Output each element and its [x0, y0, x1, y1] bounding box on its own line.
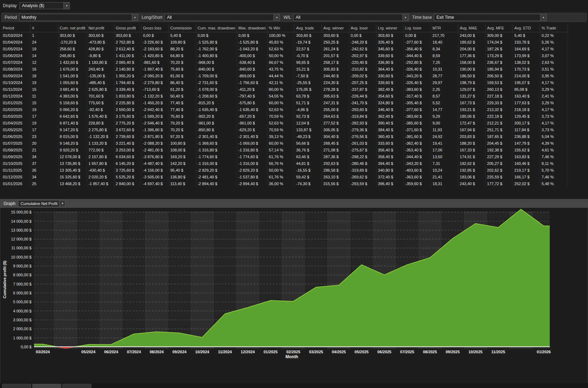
cell-net-profit: 228,80 $: [87, 120, 114, 127]
column-header-net-profit[interactable]: Net profit: [87, 24, 114, 32]
longshort-select[interactable]: All ▼: [164, 14, 280, 21]
column-header-max-drawdown[interactable]: Max. drawdown: [237, 24, 267, 32]
cell-commission: 109,80 $: [169, 39, 196, 46]
cell-period: 01/03/2024: [1, 32, 30, 39]
cell-cum-net-profit: 3 681,40 $: [58, 86, 87, 93]
cell-max-drawdown: -657,20 $: [237, 113, 267, 120]
cell-cum-max-drawdown: -2 829,20 $: [196, 167, 237, 174]
table-row[interactable]: 01/10/20253713 735,80 $1 657,80 $6 145,2…: [1, 160, 567, 167]
column-header-avg-winner[interactable]: Avg. winner: [322, 24, 349, 32]
cell-period: 01/01/2026: [1, 181, 30, 187]
column-header-avg-loser[interactable]: Avg. loser: [349, 24, 377, 32]
table-row[interactable]: 01/01/2025155 158,60 $775,60 $2 225,80 $…: [1, 100, 567, 106]
table-row[interactable]: 01/07/2024121 432,60 $1 183,80 $2 065,40…: [1, 59, 567, 66]
cell-gross-profit: 2 840,00 $: [114, 181, 141, 187]
cell-mtr: 8,34: [431, 46, 458, 52]
table-row[interactable]: 01/09/20253412 078,00 $2 157,80 $6 034,6…: [1, 154, 567, 160]
cell-avg-loser: -226,44 $: [349, 93, 377, 100]
table-row[interactable]: 01/08/2025219 920,20 $772,00 $3 253,00 $…: [1, 147, 567, 154]
graph-type-select[interactable]: Cumulative Net Profit ▼: [18, 200, 66, 207]
table-row[interactable]: 01/06/202414248,80 $-9,80 $1 411,00 $-1 …: [1, 52, 567, 59]
table-row[interactable]: 01/03/20241303,60 $303,60 $303,60 $0,00 …: [1, 32, 567, 39]
cell-commission: 75,60 $: [169, 113, 196, 120]
cell-period: 01/12/2025: [1, 174, 30, 181]
cell-period: 01/09/2025: [1, 154, 30, 160]
column-header-lrg-loser[interactable]: Lrg. loser: [404, 24, 431, 32]
table-row[interactable]: 01/09/2024181 541,00 $-135,00 $1 955,20 …: [1, 73, 567, 79]
bottom-tab[interactable]: [32, 384, 61, 388]
column-header-mtr[interactable]: MTR: [431, 24, 458, 32]
cell-cum-net-profit: 15 325,60 $: [58, 174, 87, 181]
table-row[interactable]: 01/05/202419258,60 $428,80 $2 612,40 $-2…: [1, 46, 567, 52]
table-row[interactable]: 01/03/2025176 642,60 $1 576,40 $3 175,60…: [1, 113, 567, 120]
display-select[interactable]: Analysis ($) ▼: [19, 2, 70, 9]
table-row[interactable]: 01/11/20252613 305,40 $-430,40 $3 725,60…: [1, 167, 567, 174]
cell-lrg-winner: 372,40 $: [377, 174, 404, 181]
period-select[interactable]: Monthly ▼: [19, 14, 138, 21]
cell-net-profit: 303,60 $: [87, 32, 114, 39]
table-row[interactable]: 01/05/2025179 147,20 $2 275,80 $3 672,60…: [1, 127, 567, 133]
table-row[interactable]: 01/11/2024153 681,40 $2 625,80 $3 339,40…: [1, 86, 567, 93]
cell-win: 52,63 %: [267, 106, 295, 113]
cell-avg-trade: -0,70 $: [295, 52, 322, 59]
x-tick-label: 07/2024: [127, 350, 141, 354]
table-row[interactable]: 01/12/20253415 325,60 $2 020,20 $5 525,2…: [1, 174, 567, 181]
cell-avg-mae: 204,00 $: [458, 46, 486, 52]
cell-avg-trade: 51,71 $: [295, 100, 322, 106]
cell-gross-profit: 3 221,40 $: [114, 140, 141, 147]
column-header-win[interactable]: % Win: [267, 24, 295, 32]
table-row[interactable]: 01/02/2025195 066,20 $-92,40 $2 550,00 $…: [1, 106, 567, 113]
cell-net-profit: 772,00 $: [87, 147, 114, 154]
table-row[interactable]: 01/12/2024114 383,00 $701,60 $1 833,80 $…: [1, 93, 567, 100]
column-header-[interactable]: #: [30, 24, 58, 32]
cell-mtr: 217,70: [431, 32, 458, 39]
bottom-tab[interactable]: [62, 384, 91, 388]
y-tick-label: 14 000,00 $: [11, 219, 32, 223]
column-header-trade[interactable]: % Trade: [540, 24, 567, 32]
column-header-gross-profit[interactable]: Gross profit: [114, 24, 141, 32]
cell-net-profit: 2 020,20 $: [87, 174, 114, 181]
timebase-select[interactable]: Exit Time ▼: [434, 14, 547, 21]
column-header-lrg-winner[interactable]: Lrg. winner: [377, 24, 404, 32]
column-header-cum-max-drawdown[interactable]: Cum. max. drawdown: [196, 24, 237, 32]
table-row[interactable]: 01/06/2025238 015,00 $-1 132,20 $2 739,6…: [1, 133, 567, 140]
cell-: 21: [30, 147, 58, 154]
column-header-cum-net-profit[interactable]: Cum. net profit: [58, 24, 87, 32]
table-row[interactable]: 01/01/20262513 468,20 $-1 857,40 $2 840,…: [1, 181, 567, 187]
table-row[interactable]: 01/10/2024191 055,60 $-485,40 $1 794,40 …: [1, 79, 567, 86]
table-row[interactable]: 01/04/202424-170,20 $-473,80 $2 752,80 $…: [1, 39, 567, 46]
cell-cum-max-drawdown: -1 316,80 $: [196, 147, 237, 154]
cell-cum-max-drawdown: -2 301,40 $: [196, 133, 237, 140]
column-header-commission[interactable]: Commission: [169, 24, 196, 32]
cell-trade: 3,51 %: [540, 66, 567, 73]
column-header-period[interactable]: Period: [1, 24, 30, 32]
cell-win: 45,83 %: [267, 39, 295, 46]
display-bar: Display Analysis ($) ▼: [0, 0, 588, 11]
column-header-avg-mfe[interactable]: Avg. MFE: [486, 24, 513, 32]
table-row[interactable]: 01/07/2025209 148,20 $1 133,20 $3 221,40…: [1, 140, 567, 147]
cell-commission: 136,80 $: [169, 174, 196, 181]
cell-cum-net-profit: 1 541,00 $: [58, 73, 87, 79]
column-header-avg-etd[interactable]: Avg. ETD: [513, 24, 540, 32]
cell-avg-etd: 163,40 $: [513, 93, 540, 100]
cell-lrg-winner: 396,40 $: [377, 181, 404, 187]
cell-mtr: 19,41: [431, 140, 458, 147]
cell-lrg-loser: -377,60 $: [404, 106, 431, 113]
table-row[interactable]: 01/04/2025196 871,40 $228,80 $2 775,20 $…: [1, 120, 567, 127]
column-header-avg-trade[interactable]: Avg. trade: [295, 24, 322, 32]
cell-trade: 4,61 %: [540, 147, 567, 154]
column-header-avg-mae[interactable]: Avg. MAE: [458, 24, 486, 32]
cell-gross-loss: -1 132,20 $: [141, 93, 169, 100]
y-tick-label: 8 000,00 $: [13, 273, 32, 277]
table-row[interactable]: 01/08/2024161 676,00 $243,40 $2 140,80 $…: [1, 66, 567, 73]
cell-trade: 3,73 %: [540, 113, 567, 120]
cell-trade: 5,48 %: [540, 181, 567, 187]
column-header-gross-loss[interactable]: Gross loss: [141, 24, 169, 32]
x-tick-label: 08/2025: [423, 350, 437, 354]
y-tick-label: 9 000,00 $: [13, 264, 32, 268]
cell-: 20: [30, 140, 58, 147]
wl-select[interactable]: All ▼: [293, 14, 409, 21]
bottom-tab[interactable]: [2, 384, 31, 388]
cell-avg-mfe: 174,04 $: [486, 39, 513, 46]
cell-avg-winner: 261,24 $: [322, 46, 349, 52]
